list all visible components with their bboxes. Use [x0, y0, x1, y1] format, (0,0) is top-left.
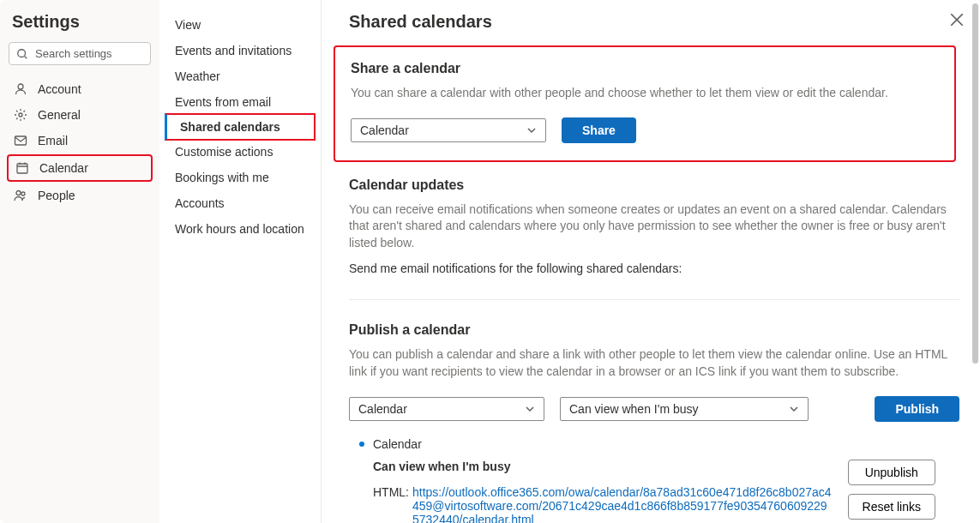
- svg-rect-4: [15, 136, 27, 145]
- settings-title: Settings: [7, 9, 153, 42]
- nav-general[interactable]: General: [7, 103, 153, 127]
- sub-work-hours[interactable]: Work hours and location: [159, 216, 321, 242]
- nav-label: Calendar: [39, 161, 88, 175]
- settings-sidebar: Settings Search settings Account General…: [0, 0, 159, 523]
- unpublish-button[interactable]: Unpublish: [848, 460, 935, 485]
- sub-shared-calendars[interactable]: Shared calendars: [165, 113, 316, 141]
- scrollbar[interactable]: [970, 2, 978, 521]
- calendar-updates-section: Calendar updates You can receive email n…: [349, 177, 959, 276]
- svg-rect-5: [17, 164, 27, 173]
- publish-permission-dropdown[interactable]: Can view when I'm busy: [560, 397, 809, 421]
- publish-calendar-dropdown[interactable]: Calendar: [349, 397, 544, 421]
- share-calendar-section: Share a calendar You can share a calenda…: [334, 45, 956, 162]
- gear-icon: [14, 108, 27, 122]
- person-icon: [14, 82, 27, 96]
- close-icon: [949, 12, 965, 27]
- updates-title: Calendar updates: [349, 177, 959, 193]
- dropdown-value: Can view when I'm busy: [569, 402, 699, 416]
- calendar-subsidebar: View Events and invitations Weather Even…: [159, 0, 322, 523]
- nav-calendar[interactable]: Calendar: [7, 154, 153, 182]
- share-calendar-dropdown[interactable]: Calendar: [351, 118, 546, 142]
- nav-label: Email: [38, 134, 68, 147]
- divider: [349, 299, 959, 300]
- publish-desc: You can publish a calendar and share a l…: [349, 346, 959, 380]
- bullet-icon: [359, 442, 364, 447]
- publish-button[interactable]: Publish: [875, 396, 959, 422]
- svg-point-0: [18, 49, 26, 57]
- nav-label: General: [38, 108, 81, 122]
- close-button[interactable]: [949, 12, 965, 30]
- chevron-down-icon: [526, 125, 537, 135]
- published-calendar-item: Calendar Can view when I'm busy Unpublis…: [349, 437, 959, 523]
- published-name: Calendar: [373, 437, 422, 451]
- publish-calendar-section: Publish a calendar You can publish a cal…: [349, 322, 959, 523]
- search-placeholder: Search settings: [35, 47, 112, 60]
- calendar-icon: [15, 161, 29, 175]
- sub-view[interactable]: View: [159, 12, 321, 38]
- svg-point-9: [16, 191, 21, 195]
- sub-weather[interactable]: Weather: [159, 63, 321, 89]
- html-link[interactable]: https://outlook.office365.com/owa/calend…: [412, 485, 833, 523]
- nav-label: Account: [38, 82, 81, 96]
- reset-links-button[interactable]: Reset links: [848, 494, 935, 520]
- nav-account[interactable]: Account: [7, 77, 153, 101]
- share-desc: You can share a calendar with other peop…: [351, 85, 939, 102]
- sub-accounts[interactable]: Accounts: [159, 190, 321, 216]
- dropdown-value: Calendar: [360, 123, 409, 137]
- people-icon: [14, 189, 27, 202]
- svg-point-10: [21, 192, 25, 195]
- mail-icon: [14, 134, 27, 147]
- nav-label: People: [38, 189, 75, 202]
- share-title: Share a calendar: [351, 61, 939, 76]
- main-panel: Shared calendars Share a calendar You ca…: [322, 0, 980, 523]
- dropdown-value: Calendar: [358, 402, 407, 416]
- updates-desc: You can receive email notifications when…: [349, 201, 959, 252]
- chevron-down-icon: [789, 404, 799, 414]
- chevron-down-icon: [525, 404, 535, 414]
- updates-prompt: Send me email notifications for the foll…: [349, 262, 959, 275]
- svg-point-2: [18, 84, 23, 89]
- sub-customise-actions[interactable]: Customise actions: [159, 139, 321, 165]
- publish-title: Publish a calendar: [349, 322, 959, 338]
- sub-events-from-email[interactable]: Events from email: [159, 89, 321, 115]
- page-title: Shared calendars: [349, 12, 959, 32]
- search-icon: [16, 48, 28, 60]
- svg-point-3: [19, 113, 22, 117]
- sub-events-invitations[interactable]: Events and invitations: [159, 38, 321, 63]
- sub-bookings[interactable]: Bookings with me: [159, 165, 321, 190]
- nav-email[interactable]: Email: [7, 129, 153, 153]
- scrollbar-thumb[interactable]: [972, 3, 978, 364]
- nav-people[interactable]: People: [7, 183, 153, 207]
- search-settings-input[interactable]: Search settings: [9, 42, 151, 65]
- html-label: HTML:: [373, 485, 412, 523]
- svg-line-1: [25, 56, 27, 58]
- share-button[interactable]: Share: [562, 117, 636, 143]
